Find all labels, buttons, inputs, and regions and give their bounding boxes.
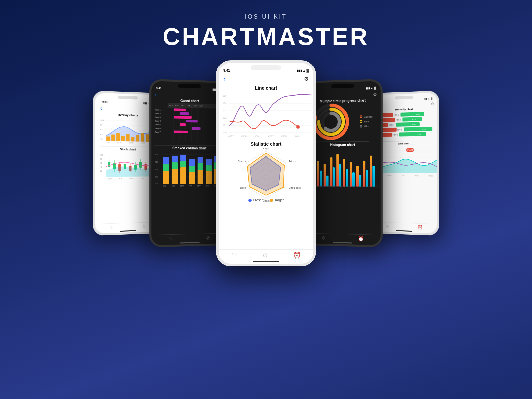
svg-text:106: 106 [100, 119, 104, 121]
svg-text:115: 115 [223, 95, 227, 97]
stacked-title: Stacked column chart [151, 146, 227, 150]
nav-compass-icon[interactable]: ⊘ [142, 224, 146, 229]
legend-miles: Miles [364, 125, 369, 127]
svg-rect-37 [108, 162, 110, 167]
svg-text:24/07: 24/07 [255, 135, 261, 137]
svg-text:Task 7: Task 7 [155, 131, 161, 133]
far-right-settings[interactable]: ⚙ [431, 102, 434, 107]
circle-legend: Calories Time Miles [360, 115, 372, 128]
svg-text:13:40: 13:40 [141, 142, 145, 144]
svg-rect-110 [206, 165, 212, 171]
left-time: 9:41 [156, 87, 161, 90]
center-time: 9:41 [223, 69, 230, 72]
svg-text:110: 110 [223, 131, 227, 134]
left-nav-compass[interactable]: ⊘ [206, 235, 210, 240]
center-nav-clock[interactable]: ⏰ [293, 252, 301, 259]
svg-text:TUE: TUE [119, 178, 123, 180]
svg-marker-150 [247, 153, 284, 195]
svg-text:67%: 67% [412, 119, 417, 121]
far-left-back[interactable]: ‹ [98, 105, 157, 114]
svg-rect-18 [146, 134, 149, 142]
legend-target-label: Target [274, 199, 284, 202]
far-right-nav-clock[interactable]: ⏰ [418, 225, 423, 230]
svg-rect-175 [350, 162, 352, 187]
svg-rect-170 [332, 167, 335, 187]
statistic-title: Statistic chart [219, 141, 313, 147]
svg-rect-178 [359, 175, 361, 187]
phones-container: 9:41 ▮▮▮ ▲ ▓ ‹ Overlay charts 106 99 92 … [0, 60, 532, 266]
radar-chart: Legs Tricep Shoulders Chest Back Biceps … [219, 148, 313, 202]
chart-legend: Present Target [248, 199, 284, 202]
svg-text:Back: Back [240, 186, 246, 189]
right-status-icons: ▮▮▮ ▲ ▓ [366, 87, 376, 90]
svg-rect-179 [363, 161, 365, 187]
svg-rect-167 [324, 164, 326, 187]
svg-rect-107 [198, 163, 203, 170]
legend-present-dot [248, 199, 252, 202]
svg-text:13:20: 13:20 [117, 142, 121, 144]
left-back[interactable]: ‹ [151, 91, 227, 99]
svg-text:16:00: 16:00 [387, 175, 391, 177]
svg-text:KPI 5: KPI 5 [393, 134, 398, 136]
svg-rect-75 [174, 116, 192, 119]
svg-rect-71 [174, 108, 186, 111]
svg-rect-15 [131, 137, 135, 141]
center-nav-heart[interactable]: ♡ [232, 252, 237, 259]
svg-text:6k: 6k [100, 162, 102, 164]
right-nav-compass[interactable]: ⊘ [322, 235, 326, 240]
svg-rect-201 [404, 127, 432, 132]
svg-rect-103 [189, 172, 195, 184]
svg-rect-13 [121, 136, 125, 141]
svg-text:90%: 90% [417, 133, 421, 135]
svg-text:13:30: 13:30 [129, 142, 133, 144]
svg-rect-169 [330, 157, 332, 187]
svg-rect-98 [172, 162, 178, 169]
svg-text:8k: 8k [100, 158, 102, 160]
svg-rect-109 [206, 171, 212, 184]
histogram-title: Histogram chart [305, 143, 381, 147]
svg-text:WED: WED [130, 178, 134, 180]
svg-rect-111 [206, 159, 212, 165]
home-indicator [120, 230, 136, 232]
svg-text:JAN: JAN [163, 185, 166, 187]
left-nav-heart[interactable]: ♡ [169, 236, 173, 241]
svg-text:4k: 4k [100, 166, 102, 168]
svg-text:26/07: 26/07 [281, 135, 287, 137]
center-settings[interactable]: ⚙ [304, 76, 309, 82]
svg-text:80%: 80% [416, 113, 421, 115]
right-nav-clock[interactable]: ⏰ [358, 236, 364, 242]
right-settings-row: ⚙ [305, 91, 381, 99]
svg-rect-94 [163, 171, 169, 184]
svg-text:25/07: 25/07 [268, 135, 274, 137]
far-right-nav-compass[interactable]: ⊘ [386, 224, 389, 229]
svg-text:Task 3: Task 3 [155, 116, 161, 118]
svg-rect-10 [106, 136, 110, 141]
svg-text:Legs: Legs [263, 147, 269, 150]
svg-rect-17 [141, 133, 144, 142]
svg-text:113: 113 [223, 109, 227, 112]
far-right-status-icons: ▮▮ ▲ ▓ [424, 97, 432, 100]
center-back[interactable]: ‹ [223, 75, 226, 83]
svg-text:THU: THU [141, 178, 144, 180]
legend-target: Target [270, 199, 284, 202]
svg-text:80%: 80% [412, 124, 416, 126]
center-nav-compass[interactable]: ⊘ [263, 252, 268, 259]
svg-rect-165 [317, 161, 319, 186]
right-settings[interactable]: ⚙ [373, 92, 377, 97]
stacked-chart: 500 400 300 200 100 [151, 151, 227, 189]
svg-text:18:20: 18:20 [414, 175, 419, 177]
svg-text:400: 400 [155, 161, 158, 163]
svg-rect-177 [356, 166, 359, 187]
svg-text:FRI: FRI [194, 105, 197, 107]
svg-rect-168 [326, 176, 329, 187]
circle-chart: Calories Time Miles [305, 103, 381, 140]
svg-text:KPI 1: KPI 1 [394, 114, 399, 116]
svg-rect-100 [180, 167, 186, 184]
svg-rect-102 [180, 155, 186, 161]
svg-text:Biceps: Biceps [238, 160, 246, 163]
legend-present: Present [248, 199, 264, 202]
histogram-chart [305, 147, 381, 192]
svg-text:APR: APR [189, 185, 192, 187]
nav-heart-icon[interactable]: ♡ [110, 225, 113, 230]
svg-rect-106 [198, 170, 203, 184]
